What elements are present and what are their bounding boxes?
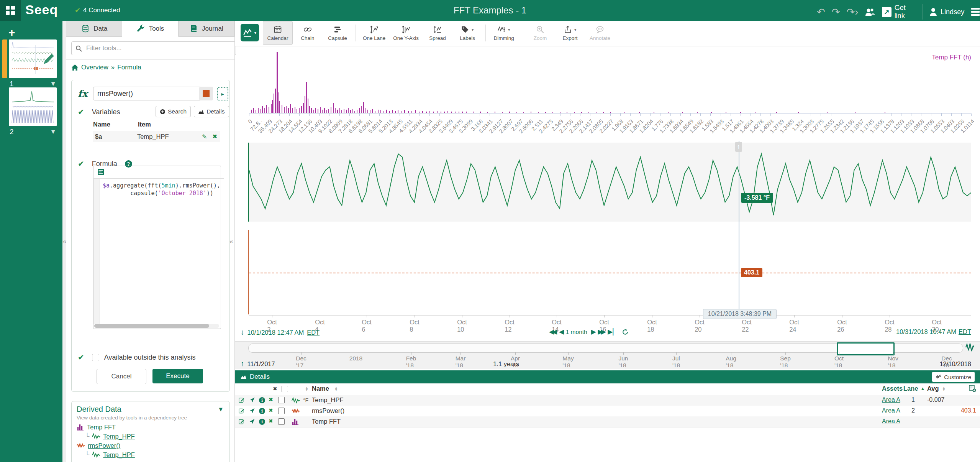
investigate-range-end[interactable]: 12/10/2018 — [939, 360, 971, 368]
display-range-end[interactable]: 10/31/2018 10:47 AM — [896, 328, 956, 335]
end-timezone-link[interactable]: EDT — [959, 328, 971, 335]
tab-data[interactable]: Data — [66, 21, 122, 37]
available-outside-checkbox[interactable] — [92, 354, 99, 361]
step-back-icon[interactable]: ◀ — [559, 328, 562, 336]
toolbar-button-labels[interactable]: ▼Labels — [452, 21, 482, 45]
row-asset-link[interactable]: Area A — [882, 407, 900, 414]
step-to-end-icon[interactable]: ▶▏ — [608, 328, 618, 336]
search-button[interactable]: Search — [156, 106, 191, 117]
row-checkbox[interactable] — [278, 397, 285, 403]
timeline-waveform-icon[interactable] — [965, 342, 975, 352]
get-link-button[interactable]: ↗ Get link — [882, 4, 916, 20]
tree-item[interactable]: Temp FFT — [77, 423, 135, 432]
redo-icon[interactable]: ↷ — [832, 7, 840, 17]
row-asset-link[interactable]: Area A — [882, 418, 900, 425]
table-row-rmspower-[interactable]: i✖rmsPower()Area A2403.1 — [235, 406, 980, 417]
toolbar-button-spread[interactable]: Spread — [423, 21, 452, 45]
timeline-selection-box[interactable] — [837, 342, 895, 355]
investigate-range-start[interactable]: 11/1/2017 — [247, 360, 275, 368]
edit-variable-icon[interactable]: ✎ — [202, 133, 207, 140]
collapse-chevron-icon[interactable]: ▼ — [218, 406, 224, 413]
formula-code[interactable]: $a.aggregate(fft(5min).rmsPower(), capsu… — [103, 182, 220, 197]
display-range-start[interactable]: 10/1/2018 12:47 AM — [247, 329, 304, 336]
edit-icon[interactable] — [238, 397, 245, 403]
temp-chart-plot[interactable] — [249, 143, 971, 222]
remove-icon[interactable]: ✖ — [269, 407, 273, 413]
view-mode-button[interactable]: ▼ — [241, 24, 259, 41]
seeq-logo[interactable]: Seeq — [25, 2, 58, 17]
lane-column-header[interactable]: Lane — [903, 385, 918, 392]
tab-journal[interactable]: Journal — [179, 21, 234, 37]
info-icon[interactable]: i — [259, 397, 265, 403]
details-button[interactable]: Details — [194, 106, 229, 117]
fft-chart-plot[interactable] — [249, 49, 971, 113]
toolbar-button-capsule[interactable]: Capsule — [323, 21, 352, 45]
step-forward-icon[interactable]: ▶ — [591, 328, 594, 336]
send-icon[interactable] — [249, 418, 255, 424]
step-back-fast-icon[interactable]: ◀◀ — [549, 328, 555, 336]
tree-child-item[interactable]: └Temp_HPF — [77, 450, 135, 459]
filter-tools-searchbox[interactable] — [71, 41, 236, 55]
toolbar-button-one-lane[interactable]: One Lane — [359, 21, 389, 45]
row-checkbox[interactable] — [278, 408, 285, 414]
select-all-checkbox[interactable] — [282, 386, 288, 392]
tree-item[interactable]: rmsPower() — [77, 441, 135, 450]
cancel-button[interactable]: Cancel — [97, 369, 146, 384]
rms-chart-plot[interactable] — [249, 230, 971, 314]
home-icon[interactable] — [71, 64, 79, 71]
edit-icon[interactable] — [238, 418, 245, 425]
toolbar-button-one-y-axis[interactable]: One Y-Axis — [389, 21, 423, 45]
info-icon[interactable]: i — [259, 408, 265, 414]
editor-hscrollbar-thumb[interactable] — [94, 324, 209, 328]
start-timezone-link[interactable]: EDT — [307, 329, 320, 336]
row-checkbox[interactable] — [278, 418, 285, 425]
users-icon[interactable] — [865, 7, 875, 16]
remove-variable-icon[interactable]: ✖ — [212, 133, 217, 140]
edit-icon[interactable] — [238, 408, 245, 414]
tree-child-item[interactable]: └Temp_HPF — [77, 432, 135, 441]
collapse-panel-right-icon[interactable]: « — [229, 238, 233, 245]
add-worksheet-button[interactable]: + — [8, 26, 15, 39]
send-icon[interactable] — [249, 408, 255, 414]
redo-all-icon[interactable]: ↷› — [847, 7, 858, 17]
table-row-temp-fft[interactable]: i✖Temp FFTArea A — [235, 416, 980, 427]
collapse-panel-left-icon[interactable]: « — [63, 238, 66, 245]
hamburger-menu-icon[interactable] — [971, 7, 980, 18]
customize-button[interactable]: Customize — [932, 372, 975, 382]
tab-tools[interactable]: Tools — [122, 21, 178, 37]
send-icon[interactable] — [249, 397, 255, 403]
info-icon[interactable]: i — [259, 419, 265, 425]
assets-column-header[interactable]: Assets — [882, 385, 903, 392]
execute-button[interactable]: Execute — [152, 369, 203, 383]
worksheet-thumbnail-1[interactable] — [9, 39, 57, 78]
user-menu[interactable]: Lindsey — [929, 7, 964, 16]
filter-tools-input[interactable] — [85, 44, 232, 53]
dock-panel-icon[interactable]: ▸ — [217, 87, 228, 100]
remove-icon[interactable]: ✖ — [269, 418, 273, 424]
toolbar-button-calendar[interactable]: Calendar — [263, 21, 293, 45]
toolbar-button-chain[interactable]: Chain — [293, 21, 323, 45]
sort-icon[interactable]: ▲▼ — [334, 386, 338, 391]
step-forward-fast-icon[interactable]: ▶▶ — [598, 328, 604, 336]
color-swatch-button[interactable] — [199, 87, 213, 100]
row-asset-link[interactable]: Area A — [882, 396, 900, 403]
sort-icon[interactable]: ▲▼ — [942, 386, 946, 391]
worksheet-2-chevron-down-icon[interactable]: ▼ — [50, 128, 56, 136]
toolbar-button-dimming[interactable]: ▼Dimming — [489, 21, 519, 45]
worksheet-thumbnail-2[interactable] — [9, 87, 57, 126]
breadcrumb-overview[interactable]: Overview — [81, 64, 108, 71]
undo-icon[interactable]: ↶ — [817, 7, 825, 17]
app-switcher-icon[interactable] — [0, 0, 21, 21]
duration-label[interactable]: 1 month — [566, 329, 587, 335]
name-column-header[interactable]: Name — [312, 385, 329, 392]
toolbar-button-export[interactable]: ▼Export — [555, 21, 585, 45]
refresh-icon[interactable] — [622, 329, 629, 335]
worksheet-1-chevron-down-icon[interactable]: ▼ — [50, 80, 56, 88]
avg-column-header[interactable]: Avg — [927, 385, 939, 392]
table-row-temp-hpf[interactable]: i✖°FTemp_HPFArea A1-0.007 — [235, 395, 980, 406]
remove-icon[interactable]: ✖ — [269, 396, 273, 403]
remove-all-icon[interactable]: ✖ — [273, 386, 277, 392]
formula-name-input[interactable] — [93, 87, 203, 100]
add-column-icon[interactable] — [969, 385, 976, 392]
sort-icon[interactable]: ▲▼ — [305, 386, 308, 391]
